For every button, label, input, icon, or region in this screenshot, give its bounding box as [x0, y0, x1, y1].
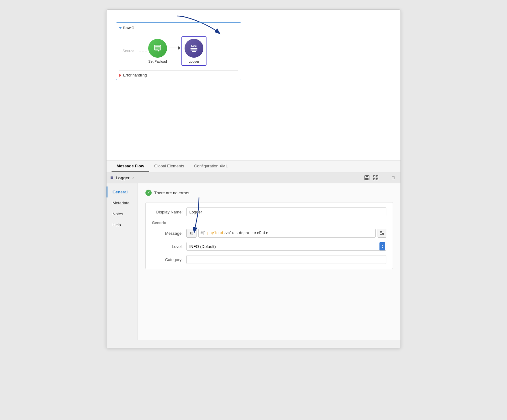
logger-text-label: LOG — [191, 45, 196, 47]
level-select-wrapper: INFO (Default) DEBUG WARN ERROR — [186, 242, 386, 251]
tree-icon — [373, 175, 378, 180]
panel-close-button[interactable]: × — [132, 176, 134, 180]
display-name-label: Display Name: — [152, 210, 186, 214]
set-payload-node[interactable]: Set Payload — [148, 39, 167, 63]
save-toolbar-button[interactable] — [363, 174, 370, 181]
nav-general[interactable]: General — [107, 186, 138, 197]
category-label: Category: — [152, 257, 186, 262]
save-icon — [364, 175, 369, 180]
logger-icon: LOG — [185, 39, 203, 58]
logger-label: Logger — [189, 60, 199, 63]
message-code-text: #[ payload.value.departureDate — [201, 231, 268, 235]
display-name-row: Display Name: — [152, 207, 386, 216]
generic-section-label: Generic — [152, 221, 386, 225]
flow-footer: Error handling — [119, 70, 238, 77]
flow-canvas-wrapper: flow-1 Source — [116, 16, 241, 80]
nav-help[interactable]: Help — [107, 219, 138, 230]
level-label: Level: — [152, 244, 186, 249]
set-payload-icon-inner — [153, 44, 162, 53]
tab-configuration-xml[interactable]: Configuration XML — [189, 160, 233, 172]
error-handling-label: Error handling — [123, 73, 147, 77]
content-area: ✓ There are no errors. Display Name: Gen… — [138, 183, 400, 340]
svg-rect-12 — [374, 178, 375, 180]
tab-message-flow[interactable]: Message Flow — [112, 160, 149, 172]
code-normal: .value.departureDate — [223, 231, 268, 235]
panel-body: General Metadata Notes Help ✓ There are … — [107, 183, 400, 340]
status-bar: ✓ There are no errors. — [145, 190, 393, 196]
flow-container: flow-1 Source — [116, 22, 241, 80]
panel-header: ≡ Logger × — [107, 172, 400, 183]
code-hash: #[ — [201, 231, 205, 235]
level-row: Level: INFO (Default) DEBUG WARN ERROR — [152, 242, 386, 251]
sidebar-nav: General Metadata Notes Help — [107, 183, 138, 340]
flow-collapse-icon[interactable] — [119, 27, 122, 29]
minimize-toolbar-button[interactable]: — — [381, 174, 388, 181]
nav-metadata[interactable]: Metadata — [107, 197, 138, 208]
flow-title: flow-1 — [123, 26, 134, 30]
logger-line-1 — [191, 48, 197, 49]
message-row-wrapper: Message: fx #[ payload.value.depart — [152, 229, 386, 238]
fx-label: fx — [190, 231, 193, 235]
panel-title: Logger — [116, 176, 129, 180]
source-label: Source — [123, 49, 134, 53]
logger-lines-icon — [191, 48, 197, 52]
set-payload-icon — [148, 39, 167, 58]
svg-point-16 — [382, 234, 384, 235]
nav-general-label: General — [112, 190, 128, 194]
flow-arrow — [170, 48, 179, 48]
tree-toolbar-button[interactable] — [372, 174, 379, 181]
form-section: Display Name: Generic — [145, 202, 393, 269]
canvas-area: flow-1 Source — [107, 10, 400, 160]
logger-line-2 — [191, 50, 197, 50]
code-keyword: payload — [207, 231, 223, 235]
flow-body: Source — [119, 33, 238, 69]
display-name-input[interactable] — [186, 207, 386, 216]
tab-global-elements-label: Global Elements — [154, 164, 184, 168]
message-row: Message: fx #[ payload.value.depart — [152, 229, 386, 238]
error-handling-icon — [119, 74, 121, 77]
level-select[interactable]: INFO (Default) DEBUG WARN ERROR — [186, 242, 386, 251]
message-code-display[interactable]: #[ payload.value.departureDate — [198, 229, 376, 238]
nav-notes-label: Notes — [112, 212, 123, 216]
message-input-wrapper: fx #[ payload.value.departureDate — [186, 229, 386, 238]
flow-header: flow-1 — [119, 26, 238, 30]
tab-message-flow-label: Message Flow — [117, 164, 144, 168]
logger-node[interactable]: LOG Logger — [185, 39, 203, 63]
svg-rect-13 — [376, 178, 378, 180]
dashed-connector — [139, 51, 147, 51]
fx-button[interactable]: fx — [186, 229, 196, 238]
nav-metadata-label: Metadata — [112, 201, 129, 205]
set-payload-svg — [153, 44, 162, 53]
tab-bar: Message Flow Global Elements Configurati… — [107, 160, 400, 172]
svg-rect-11 — [376, 176, 378, 177]
svg-point-15 — [380, 232, 382, 233]
nav-notes[interactable]: Notes — [107, 208, 138, 219]
maximize-toolbar-button[interactable]: □ — [390, 174, 397, 181]
panel-toolbar: — □ — [363, 174, 397, 181]
tab-configuration-xml-label: Configuration XML — [194, 164, 228, 168]
status-icon: ✓ — [145, 190, 152, 196]
expression-editor-button[interactable] — [378, 229, 386, 238]
tab-global-elements[interactable]: Global Elements — [149, 160, 189, 172]
category-row: Category: — [152, 255, 386, 264]
svg-rect-9 — [365, 178, 368, 180]
svg-rect-10 — [374, 176, 375, 177]
logger-node-wrapper: LOG Logger — [181, 36, 206, 66]
svg-rect-8 — [366, 176, 368, 177]
category-input[interactable] — [186, 255, 386, 264]
panel-icon: ≡ — [110, 175, 113, 181]
properties-panel: ≡ Logger × — [107, 172, 400, 348]
set-payload-label: Set Payload — [148, 60, 167, 63]
expression-icon — [379, 231, 384, 236]
panel-title-area: ≡ Logger × — [110, 175, 134, 181]
logger-line-3 — [192, 51, 196, 52]
message-label: Message: — [152, 231, 186, 236]
nav-help-label: Help — [112, 223, 121, 227]
status-text: There are no errors. — [154, 191, 191, 195]
main-window: flow-1 Source — [106, 9, 401, 348]
